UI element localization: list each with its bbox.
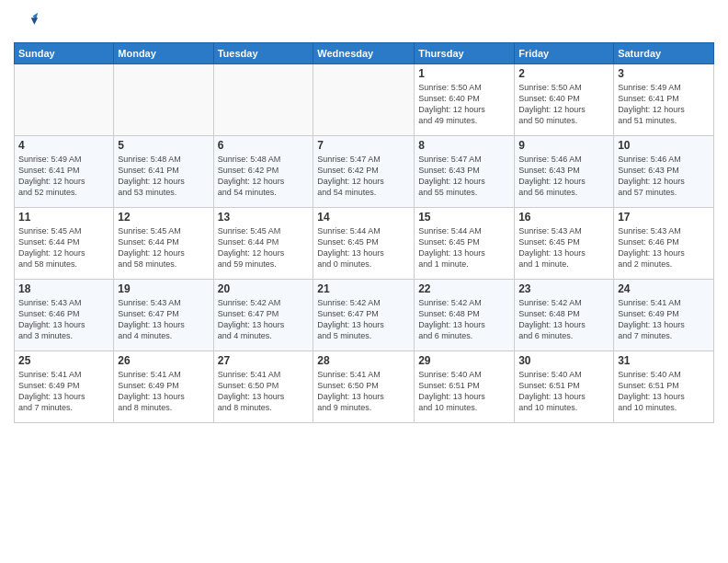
weekday-header-monday: Monday bbox=[114, 43, 213, 64]
calendar-row-0: 1Sunrise: 5:50 AM Sunset: 6:40 PM Daylig… bbox=[15, 64, 714, 136]
cell-info: Sunrise: 5:43 AM Sunset: 6:46 PM Dayligh… bbox=[618, 225, 710, 270]
day-number: 31 bbox=[618, 354, 710, 367]
day-number: 27 bbox=[218, 354, 310, 367]
day-number: 19 bbox=[118, 282, 209, 295]
cell-info: Sunrise: 5:42 AM Sunset: 6:48 PM Dayligh… bbox=[418, 297, 510, 342]
cell-info: Sunrise: 5:42 AM Sunset: 6:47 PM Dayligh… bbox=[218, 297, 310, 342]
calendar-cell: 6Sunrise: 5:48 AM Sunset: 6:42 PM Daylig… bbox=[213, 136, 313, 208]
calendar-cell bbox=[15, 64, 114, 136]
weekday-header-tuesday: Tuesday bbox=[213, 43, 313, 64]
weekday-header-friday: Friday bbox=[515, 43, 614, 64]
calendar-cell: 22Sunrise: 5:42 AM Sunset: 6:48 PM Dayli… bbox=[415, 280, 515, 351]
day-number: 16 bbox=[518, 211, 609, 224]
day-number: 1 bbox=[418, 67, 510, 80]
day-number: 10 bbox=[618, 139, 710, 152]
calendar-cell: 10Sunrise: 5:46 AM Sunset: 6:43 PM Dayli… bbox=[614, 136, 714, 208]
cell-info: Sunrise: 5:49 AM Sunset: 6:41 PM Dayligh… bbox=[18, 154, 109, 199]
day-number: 6 bbox=[218, 139, 310, 152]
day-number: 15 bbox=[418, 211, 510, 224]
day-number: 29 bbox=[418, 354, 510, 367]
day-number: 2 bbox=[518, 67, 609, 80]
calendar-cell: 12Sunrise: 5:45 AM Sunset: 6:44 PM Dayli… bbox=[114, 208, 213, 280]
cell-info: Sunrise: 5:48 AM Sunset: 6:41 PM Dayligh… bbox=[118, 154, 209, 199]
day-number: 4 bbox=[18, 139, 109, 152]
cell-info: Sunrise: 5:48 AM Sunset: 6:42 PM Dayligh… bbox=[218, 154, 310, 199]
calendar-cell: 15Sunrise: 5:44 AM Sunset: 6:45 PM Dayli… bbox=[415, 208, 515, 280]
day-number: 9 bbox=[518, 139, 609, 152]
cell-info: Sunrise: 5:45 AM Sunset: 6:44 PM Dayligh… bbox=[118, 225, 209, 270]
cell-info: Sunrise: 5:46 AM Sunset: 6:43 PM Dayligh… bbox=[618, 154, 710, 199]
calendar-cell: 16Sunrise: 5:43 AM Sunset: 6:45 PM Dayli… bbox=[515, 208, 614, 280]
calendar-cell: 4Sunrise: 5:49 AM Sunset: 6:41 PM Daylig… bbox=[15, 136, 114, 208]
cell-info: Sunrise: 5:41 AM Sunset: 6:49 PM Dayligh… bbox=[618, 297, 710, 342]
day-number: 26 bbox=[118, 354, 209, 367]
cell-info: Sunrise: 5:41 AM Sunset: 6:50 PM Dayligh… bbox=[218, 369, 310, 414]
cell-info: Sunrise: 5:47 AM Sunset: 6:43 PM Dayligh… bbox=[418, 154, 510, 199]
calendar-cell: 7Sunrise: 5:47 AM Sunset: 6:42 PM Daylig… bbox=[313, 136, 415, 208]
cell-info: Sunrise: 5:43 AM Sunset: 6:47 PM Dayligh… bbox=[118, 297, 209, 342]
calendar-row-1: 4Sunrise: 5:49 AM Sunset: 6:41 PM Daylig… bbox=[15, 136, 714, 208]
calendar-cell: 8Sunrise: 5:47 AM Sunset: 6:43 PM Daylig… bbox=[415, 136, 515, 208]
calendar-cell: 14Sunrise: 5:44 AM Sunset: 6:45 PM Dayli… bbox=[313, 208, 415, 280]
day-number: 30 bbox=[518, 354, 609, 367]
calendar-table: SundayMondayTuesdayWednesdayThursdayFrid… bbox=[14, 42, 714, 423]
cell-info: Sunrise: 5:49 AM Sunset: 6:41 PM Dayligh… bbox=[618, 82, 710, 127]
day-number: 14 bbox=[317, 211, 410, 224]
day-number: 23 bbox=[518, 282, 609, 295]
calendar-cell: 27Sunrise: 5:41 AM Sunset: 6:50 PM Dayli… bbox=[213, 351, 313, 423]
calendar-cell: 1Sunrise: 5:50 AM Sunset: 6:40 PM Daylig… bbox=[415, 64, 515, 136]
calendar-cell: 21Sunrise: 5:42 AM Sunset: 6:47 PM Dayli… bbox=[313, 280, 415, 351]
calendar-cell: 25Sunrise: 5:41 AM Sunset: 6:49 PM Dayli… bbox=[15, 351, 114, 423]
calendar-cell: 18Sunrise: 5:43 AM Sunset: 6:46 PM Dayli… bbox=[15, 280, 114, 351]
calendar-cell: 24Sunrise: 5:41 AM Sunset: 6:49 PM Dayli… bbox=[614, 280, 714, 351]
day-number: 25 bbox=[18, 354, 109, 367]
calendar-cell: 31Sunrise: 5:40 AM Sunset: 6:51 PM Dayli… bbox=[614, 351, 714, 423]
cell-info: Sunrise: 5:42 AM Sunset: 6:48 PM Dayligh… bbox=[518, 297, 609, 342]
calendar-cell: 3Sunrise: 5:49 AM Sunset: 6:41 PM Daylig… bbox=[614, 64, 714, 136]
day-number: 24 bbox=[618, 282, 710, 295]
calendar-row-4: 25Sunrise: 5:41 AM Sunset: 6:49 PM Dayli… bbox=[15, 351, 714, 423]
calendar-cell bbox=[213, 64, 313, 136]
cell-info: Sunrise: 5:43 AM Sunset: 6:45 PM Dayligh… bbox=[518, 225, 609, 270]
weekday-header-wednesday: Wednesday bbox=[313, 43, 415, 64]
logo-icon bbox=[14, 9, 40, 35]
calendar-cell: 26Sunrise: 5:41 AM Sunset: 6:49 PM Dayli… bbox=[114, 351, 213, 423]
calendar-cell: 13Sunrise: 5:45 AM Sunset: 6:44 PM Dayli… bbox=[213, 208, 313, 280]
weekday-header-sunday: Sunday bbox=[15, 43, 114, 64]
calendar-cell: 29Sunrise: 5:40 AM Sunset: 6:51 PM Dayli… bbox=[415, 351, 515, 423]
day-number: 20 bbox=[218, 282, 310, 295]
day-number: 3 bbox=[618, 67, 710, 80]
cell-info: Sunrise: 5:43 AM Sunset: 6:46 PM Dayligh… bbox=[18, 297, 109, 342]
day-number: 13 bbox=[218, 211, 310, 224]
cell-info: Sunrise: 5:41 AM Sunset: 6:50 PM Dayligh… bbox=[317, 369, 410, 414]
calendar-cell: 28Sunrise: 5:41 AM Sunset: 6:50 PM Dayli… bbox=[313, 351, 415, 423]
cell-info: Sunrise: 5:45 AM Sunset: 6:44 PM Dayligh… bbox=[218, 225, 310, 270]
day-number: 7 bbox=[317, 139, 410, 152]
calendar-cell: 30Sunrise: 5:40 AM Sunset: 6:51 PM Dayli… bbox=[515, 351, 614, 423]
calendar-cell: 19Sunrise: 5:43 AM Sunset: 6:47 PM Dayli… bbox=[114, 280, 213, 351]
day-number: 5 bbox=[118, 139, 209, 152]
calendar-cell: 20Sunrise: 5:42 AM Sunset: 6:47 PM Dayli… bbox=[213, 280, 313, 351]
cell-info: Sunrise: 5:46 AM Sunset: 6:43 PM Dayligh… bbox=[518, 154, 609, 199]
calendar-cell: 23Sunrise: 5:42 AM Sunset: 6:48 PM Dayli… bbox=[515, 280, 614, 351]
day-number: 12 bbox=[118, 211, 209, 224]
cell-info: Sunrise: 5:40 AM Sunset: 6:51 PM Dayligh… bbox=[618, 369, 710, 414]
cell-info: Sunrise: 5:41 AM Sunset: 6:49 PM Dayligh… bbox=[18, 369, 109, 414]
page: SundayMondayTuesdayWednesdayThursdayFrid… bbox=[0, 0, 728, 563]
calendar-cell: 17Sunrise: 5:43 AM Sunset: 6:46 PM Dayli… bbox=[614, 208, 714, 280]
cell-info: Sunrise: 5:44 AM Sunset: 6:45 PM Dayligh… bbox=[418, 225, 510, 270]
calendar-cell: 2Sunrise: 5:50 AM Sunset: 6:40 PM Daylig… bbox=[515, 64, 614, 136]
header bbox=[14, 9, 714, 35]
logo bbox=[14, 9, 43, 35]
cell-info: Sunrise: 5:41 AM Sunset: 6:49 PM Dayligh… bbox=[118, 369, 209, 414]
cell-info: Sunrise: 5:45 AM Sunset: 6:44 PM Dayligh… bbox=[18, 225, 109, 270]
cell-info: Sunrise: 5:47 AM Sunset: 6:42 PM Dayligh… bbox=[317, 154, 410, 199]
day-number: 8 bbox=[418, 139, 510, 152]
calendar-cell: 5Sunrise: 5:48 AM Sunset: 6:41 PM Daylig… bbox=[114, 136, 213, 208]
calendar-cell bbox=[114, 64, 213, 136]
weekday-header-saturday: Saturday bbox=[614, 43, 714, 64]
calendar-cell bbox=[313, 64, 415, 136]
cell-info: Sunrise: 5:50 AM Sunset: 6:40 PM Dayligh… bbox=[518, 82, 609, 127]
calendar-row-2: 11Sunrise: 5:45 AM Sunset: 6:44 PM Dayli… bbox=[15, 208, 714, 280]
weekday-header-row: SundayMondayTuesdayWednesdayThursdayFrid… bbox=[15, 43, 714, 64]
